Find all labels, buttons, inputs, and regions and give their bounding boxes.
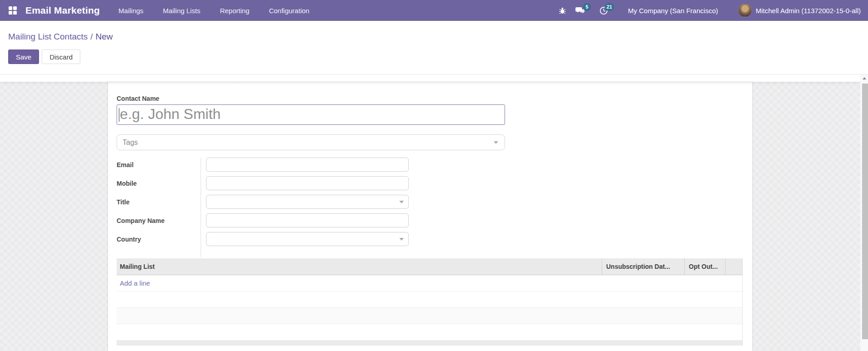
column-header-opt-out[interactable]: Opt Out... [684,258,725,275]
country-label: Country [117,232,201,246]
column-header-mailing-list[interactable]: Mailing List [117,258,602,275]
title-field [206,195,409,209]
company-name-label: Company Name [117,213,201,227]
country-select[interactable] [206,232,409,246]
apps-menu-icon[interactable] [9,6,17,15]
empty-row [117,308,742,324]
empty-row [117,324,742,340]
breadcrumb-separator: / [88,32,95,41]
labels-column: Email Mobile Title Company Name Country [117,158,201,257]
mobile-label: Mobile [117,176,201,190]
country-field [206,232,409,246]
tags-field[interactable] [117,134,505,150]
form-sheet: Contact Name Email Mobile Title Company … [108,82,753,351]
control-panel: Mailing List Contacts/New Save Discard [0,21,868,74]
contact-details-group: Email Mobile Title Company Name Country [117,158,743,257]
contact-name-input[interactable] [117,104,505,125]
company-switcher[interactable]: My Company (San Francisco) [628,7,718,15]
scroll-up-button[interactable] [860,74,868,82]
apps-square [9,11,12,15]
company-name-input[interactable] [206,213,409,227]
column-header-unsubscription-date[interactable]: Unsubscription Dat... [602,258,684,275]
tags-input[interactable] [117,138,494,147]
menu-reporting[interactable]: Reporting [220,7,250,15]
main-menu: Mailings Mailing Lists Reporting Configu… [118,7,329,15]
table-footer-strip [117,340,742,346]
email-input[interactable] [206,158,409,172]
contact-name-field [117,104,505,125]
activities-icon[interactable]: 21 [599,6,608,15]
empty-row [117,292,742,308]
chevron-down-icon[interactable] [494,141,498,144]
menu-configuration[interactable]: Configuration [269,7,309,15]
menu-mailing-lists[interactable]: Mailing Lists [163,7,201,15]
table-header-row: Mailing List Unsubscription Dat... Opt O… [117,258,742,275]
fields-column [201,158,409,257]
column-header-extra [725,258,742,275]
action-buttons: Save Discard [8,49,868,64]
breadcrumb: Mailing List Contacts/New [8,32,868,42]
company-name-field [206,213,409,227]
top-navbar: Email Marketing Mailings Mailing Lists R… [0,0,868,21]
app-name[interactable]: Email Marketing [25,5,100,16]
mobile-field [206,176,409,190]
add-a-line-link[interactable]: Add a line [117,279,150,287]
apps-square [13,11,17,15]
email-field [206,158,409,172]
text-cursor [119,108,119,122]
breadcrumb-parent-link[interactable]: Mailing List Contacts [8,32,88,41]
save-button[interactable]: Save [8,49,39,64]
add-line-row: Add a line [117,275,742,292]
systray: 5 21 My Company (San Francisco) Mitchell… [549,4,861,17]
scroll-up-icon [863,77,866,79]
messages-badge: 5 [583,3,591,11]
contact-name-label: Contact Name [117,95,743,102]
user-menu[interactable]: Mitchell Admin (11372002-15-0-all) [755,7,861,15]
apps-square [13,6,17,10]
discard-button[interactable]: Discard [42,49,80,64]
chevron-down-icon[interactable] [399,238,404,241]
menu-mailings[interactable]: Mailings [118,7,143,15]
mobile-input[interactable] [206,176,409,190]
user-avatar[interactable] [738,4,752,17]
mailing-list-subscriptions-table: Mailing List Unsubscription Dat... Opt O… [117,258,743,346]
breadcrumb-current: New [96,32,113,41]
title-select[interactable] [206,195,409,209]
chevron-down-icon[interactable] [399,201,404,203]
bug-icon[interactable] [559,7,566,15]
messages-icon[interactable]: 5 [575,6,585,15]
content-area: Contact Name Email Mobile Title Company … [0,82,868,351]
email-label: Email [117,158,201,172]
vertical-scrollbar[interactable] [860,74,868,351]
apps-square [9,6,12,10]
scrollbar-thumb[interactable] [862,84,868,339]
activities-badge: 21 [605,3,614,11]
title-label: Title [117,195,201,209]
